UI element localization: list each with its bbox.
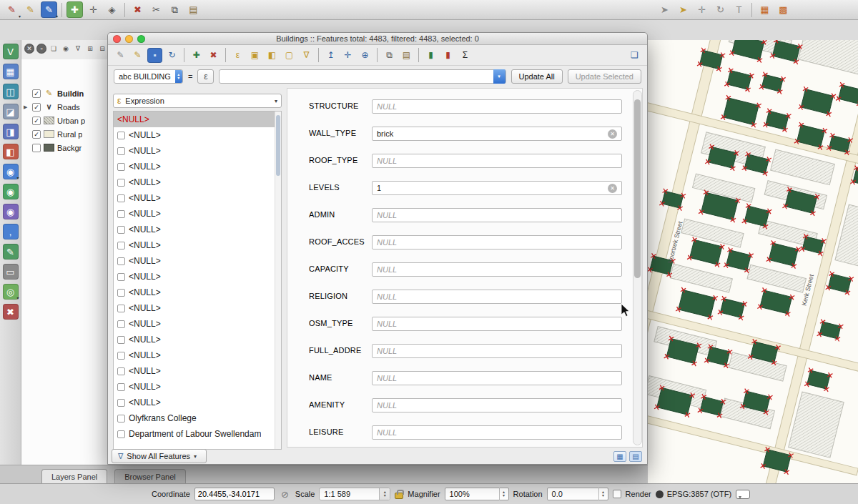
field-input-admin[interactable]: NULL (372, 208, 622, 222)
layer-item[interactable]: Backgr (21, 141, 108, 154)
add-mssql-layer-icon[interactable]: ◨ (3, 124, 19, 139)
feature-checkbox[interactable] (117, 132, 125, 139)
spinner-arrows-icon[interactable] (499, 488, 508, 500)
layer-checkbox[interactable]: ✓ (32, 103, 41, 112)
add-feature-icon[interactable]: ✚ (66, 1, 83, 18)
mouse-position-toggle-icon[interactable] (279, 488, 291, 500)
cut-features-icon[interactable]: ✂ (148, 1, 164, 18)
add-wcs-layer-icon[interactable]: ◉ (3, 184, 19, 199)
filter-legend-icon[interactable]: ∇ (73, 44, 83, 54)
field-combo[interactable]: abc BUILDING (114, 69, 183, 84)
feature-list-item[interactable]: <NULL> (114, 174, 281, 190)
feature-checkbox[interactable] (117, 399, 125, 407)
crs-status-button[interactable]: EPSG:3857 (OTF) (656, 490, 731, 498)
zoom-to-selected-icon[interactable]: ⊕ (358, 48, 373, 63)
create-memory-layer-icon[interactable]: ▭ (3, 264, 19, 280)
change-label-icon[interactable]: T (731, 1, 747, 18)
field-input-wall_type[interactable]: brick (372, 127, 622, 141)
messages-icon[interactable] (736, 490, 750, 499)
move-feature-icon[interactable]: ✛ (85, 1, 102, 18)
feature-list-item[interactable]: <NULL> (114, 332, 281, 347)
field-input-full_addre[interactable]: NULL (372, 344, 622, 358)
add-wfs-layer-icon[interactable]: ◉ (3, 204, 19, 219)
feature-list-item[interactable]: <NULL> (114, 316, 281, 332)
move-label-icon[interactable]: ✛ (694, 1, 710, 18)
layer-checkbox[interactable]: ✓ (32, 117, 41, 125)
field-input-structure[interactable]: NULL (372, 99, 622, 114)
add-postgis-layer-icon[interactable]: ◫ (3, 84, 19, 99)
feature-list-item[interactable]: <NULL> (114, 269, 281, 285)
save-layer-edits-icon[interactable]: ✎▾ (41, 1, 57, 18)
zoom-window-button[interactable] (137, 35, 145, 43)
expand-all-icon[interactable]: ⊞ (85, 44, 95, 54)
field-input-roof_type[interactable]: NULL (372, 154, 622, 168)
feature-list-scrollbar[interactable] (275, 112, 281, 449)
feature-checkbox[interactable] (117, 305, 125, 312)
dialog-title-bar[interactable]: Buildings :: Features total: 4483, filte… (108, 33, 647, 45)
field-input-levels[interactable]: 1 (372, 181, 622, 195)
scale-stepper-icon[interactable] (379, 488, 390, 500)
multi-edit-icon[interactable]: ✎ (130, 48, 145, 63)
reload-table-icon[interactable]: ↻ (164, 48, 179, 63)
field-input-amenity[interactable]: NULL (372, 398, 622, 412)
save-edits-icon[interactable]: ▪ (147, 48, 162, 63)
delete-selected-features-icon[interactable]: ✖ (206, 48, 221, 63)
feature-list-item[interactable]: <NULL> (114, 379, 281, 395)
remove-layer-icon[interactable]: ✖ (3, 304, 19, 320)
feature-checkbox[interactable] (117, 430, 125, 438)
feature-checkbox[interactable] (117, 210, 125, 218)
osm-tools-icon[interactable]: ◎▾ (3, 284, 19, 300)
panel-close-icon[interactable]: ✕ (24, 44, 34, 54)
delete-field-icon[interactable]: ▮ (440, 48, 455, 63)
rotation-spinner[interactable]: 0.0 (547, 488, 608, 500)
feature-checkbox[interactable] (117, 147, 125, 155)
feature-list-item[interactable]: <NULL> (114, 190, 281, 206)
label-toggle-icon[interactable]: ➤ (675, 1, 691, 18)
deselect-all-icon[interactable]: ▢ (282, 48, 297, 63)
feature-list-item[interactable]: <NULL> (114, 206, 281, 222)
feature-list-scrollbar-thumb[interactable] (276, 115, 280, 176)
clear-value-icon[interactable] (608, 129, 617, 139)
feature-checkbox[interactable] (117, 194, 125, 202)
feature-filter-combo[interactable]: Expression (113, 94, 282, 108)
feature-list-item[interactable]: <NULL> (114, 237, 281, 253)
coordinate-input[interactable] (194, 488, 275, 500)
map-canvas[interactable]: Voortrek StreetKerk Street (648, 40, 858, 483)
feature-list-item[interactable]: <NULL> (114, 253, 281, 269)
add-delimited-text-layer-icon[interactable]: , (3, 224, 19, 239)
dock-attribute-table-icon[interactable]: ❏ (627, 48, 642, 63)
layer-visibility-icon[interactable]: ◉ (61, 44, 71, 54)
paste-rows-icon[interactable]: ▤ (399, 48, 414, 63)
feature-checkbox[interactable] (117, 273, 125, 281)
heatmap-tool-icon[interactable]: ▩ (775, 1, 792, 18)
layer-item[interactable]: ✓Buildin (21, 87, 108, 100)
value-dropdown-icon[interactable] (493, 69, 506, 84)
new-shapefile-layer-icon[interactable]: ✎ (3, 244, 19, 260)
feature-checkbox[interactable] (117, 367, 125, 375)
field-input-religion[interactable]: NULL (372, 290, 622, 304)
rotate-label-icon[interactable]: ↻ (712, 1, 729, 18)
collapse-all-icon[interactable]: ⊟ (97, 44, 107, 54)
feature-list-item[interactable]: <NULL> (114, 222, 281, 237)
feature-checkbox[interactable] (117, 415, 125, 423)
form-scrollbar[interactable] (633, 90, 642, 445)
field-input-roof_acces[interactable]: NULL (372, 235, 622, 249)
scale-lock-icon[interactable] (395, 493, 403, 499)
feature-checkbox[interactable] (117, 242, 125, 249)
expression-builder-button[interactable]: ε (197, 69, 214, 84)
label-pin-icon[interactable]: ➤ (656, 1, 673, 18)
layer-checkbox[interactable]: ✓ (32, 89, 41, 98)
field-input-osm_type[interactable]: NULL (372, 317, 622, 331)
feature-list-item[interactable]: <NULL> (114, 363, 281, 379)
add-raster-layer-icon[interactable]: ▦ (3, 64, 19, 79)
field-value-input[interactable] (220, 70, 493, 83)
add-oracle-layer-icon[interactable]: ◧ (3, 144, 19, 159)
new-field-icon[interactable]: ▮ (423, 48, 438, 63)
delete-selected-icon[interactable]: ✖ (129, 1, 146, 18)
copy-features-icon[interactable]: ⧉ (167, 1, 183, 18)
feature-list-item[interactable]: <NULL> (114, 159, 281, 174)
field-input-leisure[interactable]: NULL (372, 425, 622, 440)
combo-stepper-icon[interactable] (175, 69, 182, 84)
add-feature-icon[interactable]: ✚ (189, 48, 204, 63)
add-wms-layer-icon[interactable]: ◉▾ (3, 164, 19, 179)
